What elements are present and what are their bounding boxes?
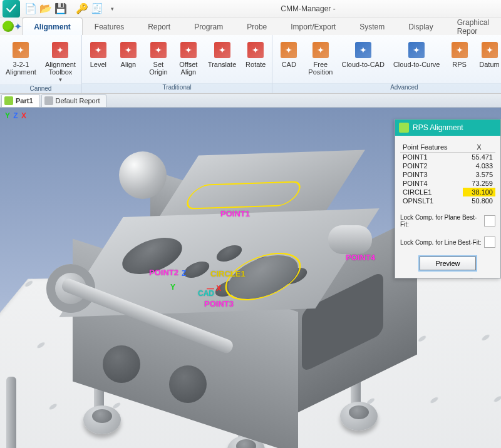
ribbon-tab-features[interactable]: Features [83,18,136,35]
col-header-feature[interactable]: Point Features [400,142,463,153]
lock-plane-button[interactable] [484,215,495,227]
axis-y-icon: Y [5,111,10,120]
alignment-icon[interactable]: ✦ [14,18,22,35]
dialog-title-text: RPS Alignment [413,123,463,132]
ribbon-tab-graphical-repor[interactable]: Graphical Repor [445,18,501,35]
offset-align-button[interactable]: ✦Offset Align [173,38,204,78]
save-icon[interactable]: 💾 [55,3,66,14]
cloud-to-cad-button[interactable]: ✦Cloud-to-CAD [337,38,388,70]
feature-label-cad: CAD [198,289,214,298]
dialog-icon [399,123,409,133]
tooling-ball [119,151,167,199]
feature-label-point3: POINT3 [204,299,234,308]
ribbon-group-advanced: ✦CAD✦Free Position✦Cloud-to-CAD✦Cloud-to… [272,35,501,93]
table-row[interactable]: POINT33.575 [400,170,495,179]
align-button[interactable]: ✦Align [113,38,143,70]
key-icon[interactable]: 🔑 [76,3,88,14]
features-table[interactable]: Point Features X POINT155.471POINT24.033… [400,142,495,205]
ribbon-tab-import-export[interactable]: Import/Export [279,18,348,35]
rps-button[interactable]: ✦RPS [445,38,475,70]
group-title-canned: Canned [0,84,81,93]
axis-z-icon: Z [13,111,18,120]
feature-label-circle1: CIRCLE1 [210,269,245,278]
lock-line-button[interactable] [484,237,495,248]
lock-plane-label: Lock Comp. for Plane Best-Fit: [400,214,484,228]
axis-x-icon: X [21,111,26,120]
datum-button[interactable]: ✦Datum [475,38,502,70]
lock-line-label: Lock Comp. for Line Best-Fit: [400,239,482,246]
cad-button[interactable]: ✦CAD [274,38,304,70]
rps-alignment-dialog[interactable]: RPS Alignment Point Features X POINT155.… [395,119,501,278]
run-program-icon[interactable] [3,18,14,35]
title-bar: 📄 📂 💾 🔑 🧾 ▾ CMM-Manager - [0,0,501,18]
report-icon[interactable]: 🧾 [91,3,103,14]
ribbon-tab-probe[interactable]: Probe [235,18,279,35]
feature-label-point4: POINT4 [346,253,375,262]
ribbon-tabstrip: ✦ AlignmentFeaturesReportProgramProbeImp… [0,18,501,35]
level-button[interactable]: ✦Level [83,38,113,70]
viewport-3d[interactable]: Y Z X — X Z Y POINT1 POINT2 POINT3 POINT [0,108,501,448]
ribbon-group-traditional: ✦Level✦Align✦Set Origin✦Offset Align✦Tra… [82,35,272,93]
feature-label-point1: POINT1 [220,209,250,218]
view-triad: Y Z X [5,111,28,120]
group-title-advanced: Advanced [272,83,501,93]
open-folder-icon[interactable]: 📂 [40,3,51,14]
new-doc-icon[interactable]: 📄 [25,3,36,14]
app-logo[interactable] [3,0,20,18]
preview-button[interactable]: Preview [420,257,476,270]
document-tabstrip: Part1Default Report [0,94,501,108]
origin-y-icon: Y [170,283,175,292]
alignment-321-button[interactable]: ✦3-2-1 Alignment [1,38,41,78]
table-row[interactable]: OPNSLT150.800 [400,196,495,205]
table-row[interactable]: CIRCLE138.100 [400,188,495,196]
app-title: CMM-Manager - [118,4,498,13]
qat-dropdown-icon[interactable]: ▾ [106,3,118,14]
table-row[interactable]: POINT155.471 [400,153,495,162]
set-origin-button[interactable]: ✦Set Origin [143,38,173,78]
ribbon: ✦3-2-1 Alignment✦Alignment Toolbox▼ Cann… [0,35,501,94]
ribbon-tab-system[interactable]: System [348,18,396,35]
free-position-button[interactable]: ✦Free Position [304,38,337,78]
quick-access-toolbar: 📄 📂 💾 🔑 🧾 ▾ [25,3,118,14]
document-tab-part1[interactable]: Part1 [1,94,40,107]
ribbon-tab-program[interactable]: Program [182,18,235,35]
ribbon-group-canned: ✦3-2-1 Alignment✦Alignment Toolbox▼ Cann… [0,35,82,93]
rotate-button[interactable]: ✦Rotate [240,38,271,70]
table-row[interactable]: POINT473.259 [400,179,495,188]
cloud-to-curve-button[interactable]: ✦Cloud-to-Curve [389,38,445,70]
col-header-x[interactable]: X [463,142,495,153]
table-row[interactable]: POINT24.033 [400,161,495,170]
feature-label-point2: POINT2 [149,268,178,277]
document-tab-default-report[interactable]: Default Report [41,94,107,107]
cad-model [38,145,376,408]
dialog-titlebar[interactable]: RPS Alignment [395,120,500,136]
origin-z-icon: Z [182,269,186,278]
ribbon-tab-alignment[interactable]: Alignment [22,18,83,35]
probe-stylus [0,377,38,445]
alignment-toolbox-button[interactable]: ✦Alignment Toolbox▼ [41,38,80,84]
group-title-traditional: Traditional [82,83,272,93]
translate-button[interactable]: ✦Translate [204,38,240,70]
ribbon-tab-report[interactable]: Report [136,18,182,35]
ribbon-tab-display[interactable]: Display [396,18,445,35]
